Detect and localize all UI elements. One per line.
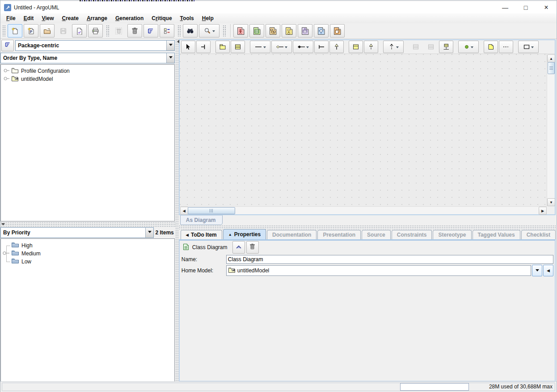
tab-tagged-values[interactable]: Tagged Values bbox=[473, 230, 520, 239]
tab-presentation[interactable]: Presentation bbox=[317, 230, 361, 239]
toolbar-drag-handle[interactable] bbox=[223, 25, 226, 37]
scroll-down-button[interactable]: ▼ bbox=[547, 198, 555, 206]
todo-filter-combo[interactable]: By Priority bbox=[0, 227, 154, 238]
toolbar-drag-handle[interactable] bbox=[177, 25, 181, 37]
shape-tool-button[interactable] bbox=[518, 41, 539, 53]
select-tool-button[interactable] bbox=[181, 41, 195, 53]
composition-tool-button[interactable] bbox=[293, 41, 313, 53]
todo-item-low[interactable]: Low bbox=[1, 258, 174, 266]
open-project-button[interactable] bbox=[40, 24, 55, 38]
todo-filter-arrow[interactable] bbox=[145, 228, 153, 238]
horizontal-splitter[interactable] bbox=[0, 222, 175, 227]
menu-file[interactable]: File bbox=[2, 14, 20, 22]
settings-checklist-button[interactable] bbox=[160, 24, 174, 38]
todo-item-high[interactable]: High bbox=[1, 242, 174, 250]
explorer-tree: Profile Configuration untitledModel bbox=[0, 64, 175, 221]
add-attribute-button[interactable] bbox=[409, 41, 423, 53]
menu-tools[interactable]: Tools bbox=[176, 14, 198, 22]
new-class-diagram-button[interactable] bbox=[249, 24, 264, 38]
tab-stereotype[interactable]: Stereotype bbox=[433, 230, 471, 239]
menu-generation[interactable]: Generation bbox=[111, 14, 148, 22]
menu-critique[interactable]: Critique bbox=[148, 14, 176, 22]
tree-item-profile-configuration[interactable]: Profile Configuration bbox=[1, 67, 174, 75]
vertical-scroll-thumb[interactable] bbox=[548, 62, 555, 74]
minimize-button[interactable]: — bbox=[495, 1, 515, 13]
package-tool-button[interactable] bbox=[215, 41, 230, 53]
scroll-right-button[interactable]: ▶ bbox=[539, 207, 547, 215]
tab-todo-item[interactable]: ◀ToDo Item bbox=[181, 230, 222, 239]
tab-checklist[interactable]: Checklist bbox=[521, 230, 556, 239]
home-model-dropdown-button[interactable] bbox=[532, 265, 542, 276]
broom-tool-button[interactable] bbox=[196, 41, 211, 53]
delete-button[interactable] bbox=[246, 241, 259, 254]
tab-as-diagram[interactable]: As Diagram bbox=[180, 215, 223, 225]
tree-item-untitled-model[interactable]: untitledModel bbox=[1, 75, 174, 83]
expand-handle-icon[interactable] bbox=[4, 68, 10, 74]
todo-item-medium[interactable]: Medium bbox=[1, 250, 174, 258]
save-project-button[interactable] bbox=[56, 24, 71, 38]
perspective-combo[interactable]: Package-centric bbox=[15, 40, 175, 51]
toolbar-drag-handle[interactable] bbox=[2, 25, 6, 37]
add-operation-button[interactable] bbox=[424, 41, 438, 53]
model-icon bbox=[11, 75, 19, 83]
new-button[interactable] bbox=[8, 24, 22, 38]
interface-tool-button[interactable] bbox=[349, 41, 363, 53]
collapse-down-icon[interactable] bbox=[1, 223, 5, 227]
menu-view[interactable]: View bbox=[38, 14, 58, 22]
association-tool-button[interactable] bbox=[250, 41, 270, 53]
association-class-tool-button[interactable] bbox=[439, 41, 453, 53]
tab-documentation[interactable]: Documentation bbox=[267, 230, 316, 239]
aggregation-tool-button[interactable] bbox=[271, 41, 292, 53]
zoom-button[interactable] bbox=[199, 24, 219, 38]
association-end-tool-button[interactable] bbox=[314, 41, 329, 53]
vertical-scrollbar[interactable]: ▲ ▼ bbox=[547, 54, 555, 207]
scroll-up-button[interactable]: ▲ bbox=[547, 54, 555, 63]
scroll-left-button[interactable]: ◀ bbox=[180, 207, 188, 215]
vertical-splitter[interactable] bbox=[175, 38, 179, 382]
new-deployment-diagram-button[interactable] bbox=[330, 24, 345, 38]
dependency-tool-button[interactable] bbox=[383, 41, 404, 53]
home-model-field[interactable]: untitledModel bbox=[226, 265, 531, 276]
ordering-combo-arrow[interactable] bbox=[166, 53, 174, 63]
perspective-list-button[interactable] bbox=[143, 24, 158, 38]
class-tool-button[interactable] bbox=[231, 41, 245, 53]
tab-constraints[interactable]: Constraints bbox=[392, 230, 432, 239]
instance-tool-button[interactable] bbox=[458, 41, 479, 53]
generalization-tool-button[interactable] bbox=[329, 41, 344, 53]
new-statechart-diagram-button[interactable] bbox=[298, 24, 312, 38]
menu-arrange[interactable]: Arrange bbox=[83, 14, 111, 22]
name-input[interactable] bbox=[226, 255, 553, 264]
ordering-combo[interactable]: Order By Type, Name bbox=[0, 53, 175, 63]
comment-link-tool-button[interactable] bbox=[499, 41, 513, 53]
menu-edit[interactable]: Edit bbox=[20, 14, 38, 22]
remove-from-diagram-button[interactable] bbox=[111, 24, 126, 38]
horizontal-scrollbar[interactable]: ◀ ▶ bbox=[180, 206, 547, 214]
new-usecase-diagram-button[interactable] bbox=[233, 24, 248, 38]
menu-help[interactable]: Help bbox=[198, 14, 218, 22]
tab-properties[interactable]: ▲Properties bbox=[223, 229, 266, 239]
new-sequence-diagram-button[interactable] bbox=[266, 24, 280, 38]
close-button[interactable]: × bbox=[536, 1, 557, 13]
diagram-canvas[interactable] bbox=[180, 54, 547, 207]
maximize-button[interactable]: □ bbox=[515, 1, 536, 13]
new-activity-diagram-button[interactable] bbox=[314, 24, 329, 38]
navigate-up-button[interactable] bbox=[232, 241, 245, 254]
perspective-config-button[interactable] bbox=[1, 40, 14, 51]
find-button[interactable] bbox=[183, 24, 198, 38]
menu-create[interactable]: Create bbox=[58, 14, 83, 22]
properties-title: Class Diagram bbox=[192, 244, 228, 250]
realization-tool-button[interactable] bbox=[364, 41, 378, 53]
tab-source[interactable]: Source bbox=[362, 230, 391, 239]
new-project-button[interactable]: P bbox=[24, 24, 38, 38]
collapse-left-icon[interactable] bbox=[175, 40, 179, 43]
export-xmi-button[interactable] bbox=[72, 24, 87, 38]
expand-handle-icon[interactable] bbox=[4, 76, 10, 82]
comment-tool-button[interactable] bbox=[484, 41, 498, 53]
print-button[interactable] bbox=[88, 24, 103, 38]
home-model-back-button[interactable]: ◀ bbox=[543, 265, 553, 276]
new-collaboration-diagram-button[interactable] bbox=[282, 24, 296, 38]
toolbar-drag-handle[interactable] bbox=[106, 25, 110, 37]
perspective-combo-arrow[interactable] bbox=[166, 41, 174, 50]
delete-from-model-button[interactable] bbox=[127, 24, 142, 38]
horizontal-scroll-thumb[interactable] bbox=[188, 207, 235, 214]
